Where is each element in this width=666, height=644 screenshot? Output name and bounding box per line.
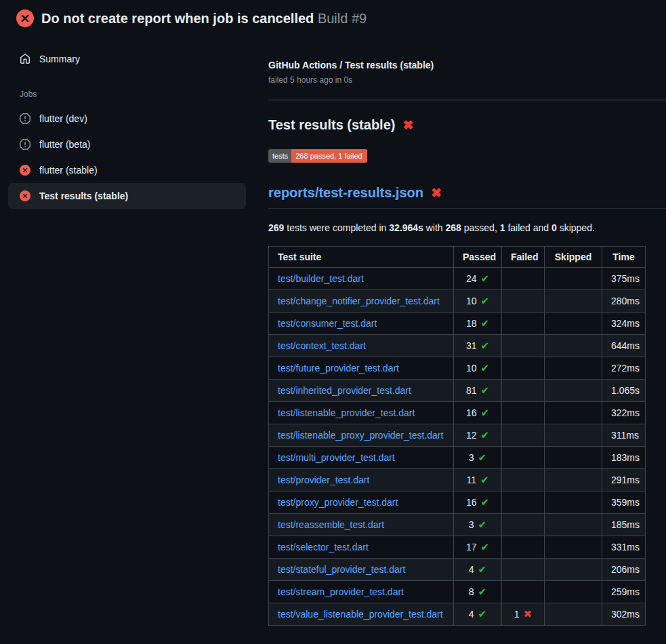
skipped-cell bbox=[545, 357, 602, 380]
suite-link[interactable]: test/reassemble_test.dart bbox=[278, 519, 384, 530]
passed-cell: 31✔ bbox=[454, 335, 502, 357]
time-cell: 375ms bbox=[602, 268, 646, 290]
check-icon: ✔ bbox=[481, 541, 490, 552]
suite-link[interactable]: test/context_test.dart bbox=[278, 340, 366, 351]
skipped-cell bbox=[545, 447, 602, 469]
time-cell: 311ms bbox=[602, 424, 646, 447]
sidebar-item-flutter-beta[interactable]: flutter (beta) bbox=[8, 132, 246, 157]
check-icon: ✔ bbox=[480, 474, 489, 485]
failed-x-icon: ✖ bbox=[402, 119, 413, 132]
run-name: Do not create report when job is cancell… bbox=[41, 11, 314, 26]
job-label: flutter (beta) bbox=[39, 139, 90, 150]
table-row: test/proxy_provider_test.dart 16✔ 359ms bbox=[269, 491, 646, 514]
failed-cell bbox=[502, 335, 545, 357]
suite-cell: test/future_provider_test.dart bbox=[269, 357, 454, 380]
failed-cell bbox=[502, 581, 545, 603]
suite-link[interactable]: test/change_notifier_provider_test.dart bbox=[278, 296, 440, 306]
check-icon: ✔ bbox=[481, 295, 490, 306]
jobs-list: flutter (dev) flutter (beta) flutter (st… bbox=[8, 106, 246, 209]
failed-cell bbox=[502, 469, 545, 491]
passed-cell: 10✔ bbox=[454, 290, 502, 313]
total-count: 269 bbox=[268, 222, 284, 233]
suite-link[interactable]: test/proxy_provider_test.dart bbox=[278, 497, 398, 508]
suite-link[interactable]: test/stream_provider_test.dart bbox=[278, 586, 404, 597]
table-row: test/change_notifier_provider_test.dart … bbox=[269, 290, 646, 313]
breadcrumb: GitHub Actions / Test results (stable) bbox=[268, 60, 666, 71]
page-title: Do not create report when job is cancell… bbox=[41, 11, 367, 26]
time-cell: 291ms bbox=[602, 469, 646, 491]
results-table-body: test/builder_test.dart 24✔ 375ms test/ch… bbox=[269, 268, 646, 626]
table-row: test/multi_provider_test.dart 3✔ 183ms bbox=[269, 447, 646, 469]
failed-cell: 1✖ bbox=[502, 603, 545, 626]
suite-cell: test/provider_test.dart bbox=[269, 469, 454, 491]
col-skipped: Skipped bbox=[545, 247, 602, 268]
passed-cell: 81✔ bbox=[454, 380, 502, 402]
suite-link[interactable]: test/stateful_provider_test.dart bbox=[278, 564, 405, 575]
time-cell: 206ms bbox=[602, 559, 646, 581]
table-row: test/context_test.dart 31✔ 644ms bbox=[269, 335, 646, 357]
suite-link[interactable]: test/listenable_proxy_provider_test.dart bbox=[278, 430, 443, 441]
time-cell: 324ms bbox=[602, 313, 646, 335]
suite-link[interactable]: test/future_provider_test.dart bbox=[278, 363, 399, 374]
suite-link[interactable]: test/provider_test.dart bbox=[278, 475, 369, 485]
skipped-cell bbox=[545, 491, 602, 514]
skipped-cell bbox=[545, 603, 602, 626]
x-circle-icon bbox=[20, 165, 30, 176]
suite-cell: test/listenable_proxy_provider_test.dart bbox=[269, 424, 454, 447]
sidebar: Summary Jobs flutter (dev) flutter (beta… bbox=[0, 35, 254, 209]
suite-link[interactable]: test/listenable_provider_test.dart bbox=[278, 407, 415, 418]
time-cell: 259ms bbox=[602, 581, 646, 603]
tests-badge[interactable]: tests 268 passed, 1 failed bbox=[268, 149, 367, 163]
passed-cell: 16✔ bbox=[454, 402, 502, 424]
passed-cell: 24✔ bbox=[454, 268, 502, 290]
skipped-cell bbox=[545, 536, 602, 559]
skipped-cell bbox=[545, 514, 602, 536]
suite-link[interactable]: test/multi_provider_test.dart bbox=[278, 452, 395, 463]
table-row: test/value_listenable_provider_test.dart… bbox=[269, 603, 646, 626]
passed-cell: 4✔ bbox=[454, 603, 502, 626]
check-run-title: Test results (stable) ✖ bbox=[268, 117, 666, 133]
time-cell: 280ms bbox=[602, 290, 646, 313]
failed-cell bbox=[502, 514, 545, 536]
suite-cell: test/listenable_provider_test.dart bbox=[269, 402, 454, 424]
suite-link[interactable]: test/inherited_provider_test.dart bbox=[278, 385, 411, 396]
table-row: test/stateful_provider_test.dart 4✔ 206m… bbox=[269, 559, 646, 581]
failed-cell bbox=[502, 290, 545, 313]
suite-cell: test/selector_test.dart bbox=[269, 536, 454, 559]
suite-cell: test/reassemble_test.dart bbox=[269, 514, 454, 536]
suite-link[interactable]: test/consumer_test.dart bbox=[278, 318, 377, 329]
col-failed: Failed bbox=[502, 247, 545, 268]
time-cell: 644ms bbox=[602, 335, 646, 357]
failed-x-circle-icon bbox=[16, 9, 34, 27]
time-cell: 359ms bbox=[602, 491, 646, 514]
table-row: test/listenable_proxy_provider_test.dart… bbox=[269, 424, 646, 447]
passed-cell: 12✔ bbox=[454, 424, 502, 447]
tests-badge-label: tests bbox=[268, 149, 291, 163]
failed-cell bbox=[502, 313, 545, 335]
passed-cell: 4✔ bbox=[454, 559, 502, 581]
check-icon: ✔ bbox=[481, 317, 490, 329]
time-cell: 302ms bbox=[602, 603, 646, 626]
check-icon: ✔ bbox=[478, 563, 487, 575]
suite-cell: test/context_test.dart bbox=[269, 335, 454, 357]
suite-link[interactable]: test/builder_test.dart bbox=[278, 273, 364, 284]
sidebar-item-test-results-stable[interactable]: Test results (stable) bbox=[8, 183, 246, 209]
skipped-cell bbox=[545, 290, 602, 313]
report-link[interactable]: reports/test-results.json bbox=[268, 185, 423, 201]
sidebar-item-summary[interactable]: Summary bbox=[8, 46, 246, 72]
suite-cell: test/change_notifier_provider_test.dart bbox=[269, 290, 454, 313]
table-row: test/selector_test.dart 17✔ 331ms bbox=[269, 536, 646, 559]
passed-cell: 10✔ bbox=[454, 357, 502, 380]
failed-cell bbox=[502, 447, 545, 469]
suite-link[interactable]: test/value_listenable_provider_test.dart bbox=[278, 609, 443, 620]
passed-cell: 18✔ bbox=[454, 313, 502, 335]
table-row: test/stream_provider_test.dart 8✔ 259ms bbox=[269, 581, 646, 603]
build-number: Build #9 bbox=[318, 11, 367, 26]
suite-cell: test/value_listenable_provider_test.dart bbox=[269, 603, 454, 626]
suite-link[interactable]: test/selector_test.dart bbox=[278, 542, 369, 552]
summary-label: Summary bbox=[39, 54, 80, 64]
sidebar-item-flutter-stable[interactable]: flutter (stable) bbox=[8, 157, 246, 183]
skipped-cell bbox=[545, 380, 602, 402]
failed-cell bbox=[502, 536, 545, 559]
sidebar-item-flutter-dev[interactable]: flutter (dev) bbox=[8, 106, 246, 132]
